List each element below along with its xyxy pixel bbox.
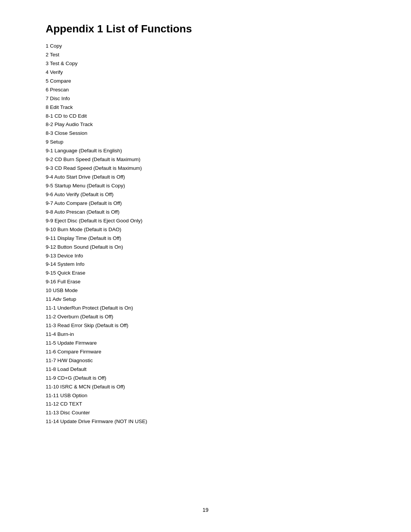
list-item: 11-3 Read Error Skip (Default is Off) xyxy=(46,321,365,330)
list-item: 9-1 Language (Default is English) xyxy=(46,147,365,155)
list-item: 3 Test & Copy xyxy=(46,59,365,68)
list-item: 11-5 Update Firmware xyxy=(46,339,365,348)
list-item: 5 Compare xyxy=(46,77,365,86)
list-item: 9-2 CD Burn Speed (Default is Maximum) xyxy=(46,155,365,164)
list-item: 11-4 Burn-in xyxy=(46,330,365,339)
list-item: 11-9 CD+G (Default is Off) xyxy=(46,374,365,383)
list-item: 8 Edit Track xyxy=(46,103,365,112)
list-item: 8-1 CD to CD Edit xyxy=(46,112,365,121)
list-item: 8-2 Play Audio Track xyxy=(46,120,365,129)
list-item: 6 Prescan xyxy=(46,86,365,94)
list-item: 11-6 Compare Firmware xyxy=(46,348,365,356)
list-item: 9-4 Auto Start Drive (Default is Off) xyxy=(46,173,365,182)
list-item: 11-13 Disc Counter xyxy=(46,409,365,417)
list-item: 11-2 Overburn (Default is Off) xyxy=(46,313,365,321)
list-item: 9-8 Auto Prescan (Default is Off) xyxy=(46,208,365,217)
page-container: Appendix 1 List of Functions 1 Copy2 Tes… xyxy=(0,0,411,532)
list-item: 11-7 H/W Diagnostic xyxy=(46,356,365,365)
list-item: 9-16 Full Erase xyxy=(46,278,365,286)
list-item: 9-15 Quick Erase xyxy=(46,269,365,278)
list-item: 11-11 USB Option xyxy=(46,391,365,400)
list-item: 9-6 Auto Verify (Default is Off) xyxy=(46,190,365,199)
list-item: 9-5 Startup Menu (Default is Copy) xyxy=(46,182,365,190)
list-item: 10 USB Mode xyxy=(46,286,365,295)
list-item: 11-8 Load Default xyxy=(46,365,365,374)
list-item: 1 Copy xyxy=(46,42,365,51)
list-item: 4 Verify xyxy=(46,68,365,77)
list-item: 9-3 CD Read Speed (Default is Maximum) xyxy=(46,164,365,173)
list-item: 8-3 Close Session xyxy=(46,129,365,138)
list-item: 9-13 Device Info xyxy=(46,252,365,260)
list-item: 11 Adv Setup xyxy=(46,295,365,304)
list-item: 11-12 CD TEXT xyxy=(46,400,365,409)
page-number: 19 xyxy=(202,507,209,513)
functions-list: 1 Copy2 Test3 Test & Copy4 Verify5 Compa… xyxy=(46,42,365,426)
list-item: 7 Disc Info xyxy=(46,94,365,103)
list-item: 9-9 Eject Disc (Default is Eject Good On… xyxy=(46,217,365,225)
list-item: 9-7 Auto Compare (Default is Off) xyxy=(46,199,365,208)
list-item: 9-14 System Info xyxy=(46,260,365,269)
list-item: 2 Test xyxy=(46,51,365,59)
page-title: Appendix 1 List of Functions xyxy=(46,23,365,35)
list-item: 9 Setup xyxy=(46,138,365,147)
list-item: 11-1 UnderRun Protect (Default is On) xyxy=(46,304,365,313)
list-item: 11-10 ISRC & MCN (Default is Off) xyxy=(46,383,365,391)
list-item: 9-10 Burn Mode (Default is DAO) xyxy=(46,225,365,234)
list-item: 11-14 Update Drive Firmware (NOT IN USE) xyxy=(46,417,365,426)
list-item: 9-12 Button Sound (Default is On) xyxy=(46,243,365,252)
list-item: 9-11 Display Time (Default is Off) xyxy=(46,234,365,243)
